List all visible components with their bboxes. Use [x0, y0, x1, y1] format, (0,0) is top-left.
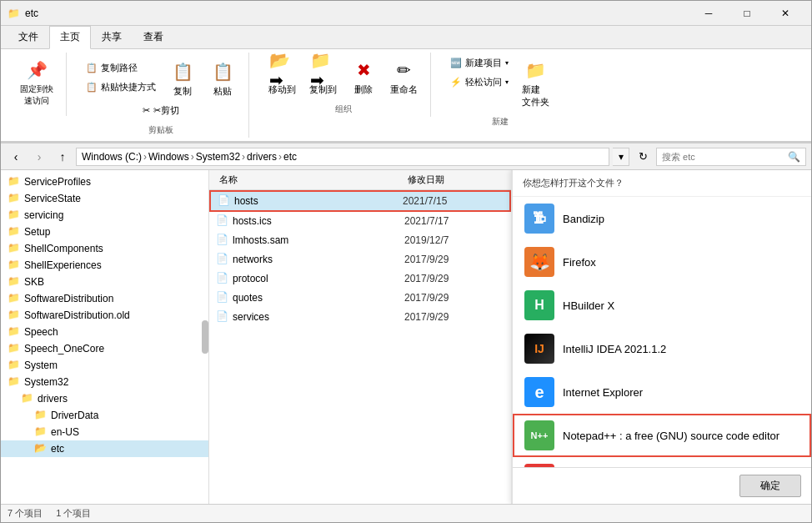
file-icon: 📄 — [216, 291, 229, 304]
folder-icon: 📁 — [8, 292, 21, 305]
maximize-button[interactable]: □ — [728, 1, 766, 26]
cut-button[interactable]: ✂ ✂剪切 — [137, 102, 185, 119]
folder-icon: 📁 — [8, 325, 21, 339]
app-item-ie[interactable]: e Internet Explorer — [513, 370, 811, 414]
file-list-header: 名称 修改日期 — [209, 170, 511, 190]
hbuilder-icon: H — [524, 290, 554, 320]
folder-icon: 📁 — [8, 275, 21, 289]
folder-icon: 📁 — [8, 342, 21, 355]
file-item-networks[interactable]: 📄 networks 2017/9/29 — [209, 250, 511, 269]
address-dropdown[interactable]: ▾ — [613, 148, 629, 166]
file-icon: 📄 — [216, 253, 229, 266]
sidebar-item-speech[interactable]: 📁 Speech — [1, 324, 208, 340]
file-item-quotes[interactable]: 📄 quotes 2017/9/29 — [209, 289, 511, 308]
file-icon: 📄 — [218, 194, 231, 208]
forward-button[interactable]: › — [29, 147, 49, 167]
clipboard-group-label: 剪贴板 — [148, 121, 173, 136]
sidebar-item-servicing[interactable]: 📁 servicing — [1, 207, 208, 224]
column-date[interactable]: 修改日期 — [404, 172, 504, 188]
close-button[interactable]: ✕ — [766, 1, 804, 26]
back-button[interactable]: ‹ — [6, 147, 26, 167]
address-path[interactable]: Windows (C:) › Windows › System32 › driv… — [76, 148, 609, 166]
copy-icon: 📋 — [169, 58, 196, 85]
item-count: 7 个项目 — [8, 507, 43, 520]
content-area: 📁 ServiceProfiles 📁 ServiceState 📁 servi… — [1, 170, 811, 504]
rename-button[interactable]: ✏ 重命名 — [384, 54, 424, 98]
easy-access-button[interactable]: ⚡ 轻松访问 ▾ — [444, 73, 514, 91]
file-icon: 📄 — [216, 272, 229, 285]
sidebar-item-system32[interactable]: 📁 System32 — [1, 374, 208, 390]
sidebar-item-driverdata[interactable]: 📁 DriverData — [1, 407, 208, 424]
ribbon-content: 📌 固定到快速访问 📋 复制路径 📋 粘贴快捷方式 — [1, 49, 811, 143]
main-window: 📁 etc ─ □ ✕ 文件 主页 共享 查看 📌 固定到快速访问 — [0, 0, 812, 523]
sidebar-item-softwaredist-old[interactable]: 📁 SoftwareDistribution.old — [1, 307, 208, 324]
paste-button[interactable]: 📋 粘贴 — [203, 56, 242, 100]
confirm-button[interactable]: 确定 — [739, 475, 801, 497]
file-item-hosts-ics[interactable]: 📄 hosts.ics 2021/7/17 — [209, 212, 511, 231]
app-item-hbuilder[interactable]: H HBuilder X — [513, 284, 811, 327]
delete-icon: ✖ — [350, 57, 377, 83]
new-group-label: 新建 — [492, 113, 509, 128]
folder-icon: 📂 — [34, 442, 48, 455]
folder-icon: 📁 — [8, 375, 21, 389]
notepadpp-icon: N++ — [524, 420, 554, 450]
sidebar-item-shellcomponents[interactable]: 📁 ShellComponents — [1, 240, 208, 257]
copy-button[interactable]: 📋 复制 — [163, 56, 202, 100]
pin-to-quickaccess-button[interactable]: 📌 固定到快速访问 — [14, 54, 59, 109]
open-with-panel: 你想怎样打开这个文件？ 🗜 Bandizip 🦊 Firefox H HBuil… — [511, 170, 811, 504]
sidebar-item-serviceprofiles[interactable]: 📁 ServiceProfiles — [1, 173, 208, 190]
folder-icon: 📁 — [34, 409, 48, 422]
bandizip-icon: 🗜 — [524, 204, 554, 234]
app-item-intellij[interactable]: IJ IntelliJ IDEA 2021.1.2 — [513, 327, 811, 370]
app-list: 🗜 Bandizip 🦊 Firefox H HBuilder X IJ Int… — [513, 197, 811, 467]
copy-path-icon: 📋 — [86, 63, 98, 73]
app-item-bandizip[interactable]: 🗜 Bandizip — [513, 197, 811, 240]
search-input[interactable] — [662, 152, 784, 162]
sidebar-item-softwaredist[interactable]: 📁 SoftwareDistribution — [1, 290, 208, 307]
rename-icon: ✏ — [391, 57, 418, 83]
sidebar-item-en-us[interactable]: 📁 en-US — [1, 424, 208, 440]
refresh-button[interactable]: ↻ — [633, 147, 653, 167]
move-to-button[interactable]: 📂➡ 移动到 — [263, 54, 302, 98]
sidebar-item-shellexperiences[interactable]: 📁 ShellExperiences — [1, 257, 208, 274]
app-item-firefox[interactable]: 🦊 Firefox — [513, 240, 811, 284]
file-item-protocol[interactable]: 📄 protocol 2017/9/29 — [209, 269, 511, 289]
delete-button[interactable]: ✖ 删除 — [344, 54, 383, 98]
folder-icon: 📁 — [8, 209, 21, 222]
sidebar-item-skb[interactable]: 📁 SKB — [1, 274, 208, 290]
copyto-icon: 📁➡ — [310, 57, 337, 83]
app-item-potplayer[interactable]: ▶ PotPlayer 专用播放（64 位版） — [513, 457, 811, 467]
copy-to-button[interactable]: 📁➡ 复制到 — [303, 54, 343, 98]
sidebar-scrollbar[interactable] — [202, 320, 208, 354]
cut-icon: ✂ — [143, 105, 150, 116]
ribbon-group-organize: 📂➡ 移动到 📁➡ 复制到 ✖ 删除 ✏ 重命名 — [256, 53, 431, 117]
path-system32: System32 — [196, 151, 240, 163]
path-windows: Windows (C:) — [82, 151, 142, 163]
folder-icon: 📁 — [8, 175, 21, 189]
sidebar-item-speech-onecore[interactable]: 📁 Speech_OneCore — [1, 340, 208, 357]
tab-view[interactable]: 查看 — [133, 26, 174, 48]
column-name[interactable]: 名称 — [216, 172, 404, 188]
tab-file[interactable]: 文件 — [8, 26, 49, 48]
sidebar-item-drivers[interactable]: 📁 drivers — [1, 390, 208, 407]
tab-home[interactable]: 主页 — [49, 26, 91, 49]
new-folder-button[interactable]: 📁 新建文件夹 — [516, 54, 555, 111]
minimize-button[interactable]: ─ — [689, 1, 728, 26]
file-item-hosts[interactable]: 📄 hosts 2021/7/15 — [209, 190, 511, 212]
app-item-notepadpp[interactable]: N++ Notepad++ : a free (GNU) source code… — [513, 414, 811, 457]
organize-group-label: 组织 — [335, 100, 352, 115]
pin-label: 固定到快速访问 — [20, 83, 53, 107]
up-button[interactable]: ↑ — [53, 147, 73, 167]
copy-path-button[interactable]: 📋 复制路径 — [80, 59, 162, 77]
file-item-lmhosts[interactable]: 📄 lmhosts.sam 2019/12/7 — [209, 231, 511, 250]
file-icon: 📄 — [216, 234, 229, 247]
sidebar-item-system[interactable]: 📁 System — [1, 357, 208, 374]
paste-shortcut-button[interactable]: 📋 粘贴快捷方式 — [80, 78, 162, 96]
sidebar-item-servicestate[interactable]: 📁 ServiceState — [1, 190, 208, 207]
file-item-services[interactable]: 📄 services 2017/9/29 — [209, 308, 511, 327]
new-item-button[interactable]: 🆕 新建项目 ▾ — [444, 54, 514, 72]
intellij-icon: IJ — [524, 334, 554, 364]
sidebar-item-setup[interactable]: 📁 Setup — [1, 224, 208, 240]
sidebar-item-etc[interactable]: 📂 etc — [1, 440, 208, 457]
tab-share[interactable]: 共享 — [91, 26, 133, 48]
